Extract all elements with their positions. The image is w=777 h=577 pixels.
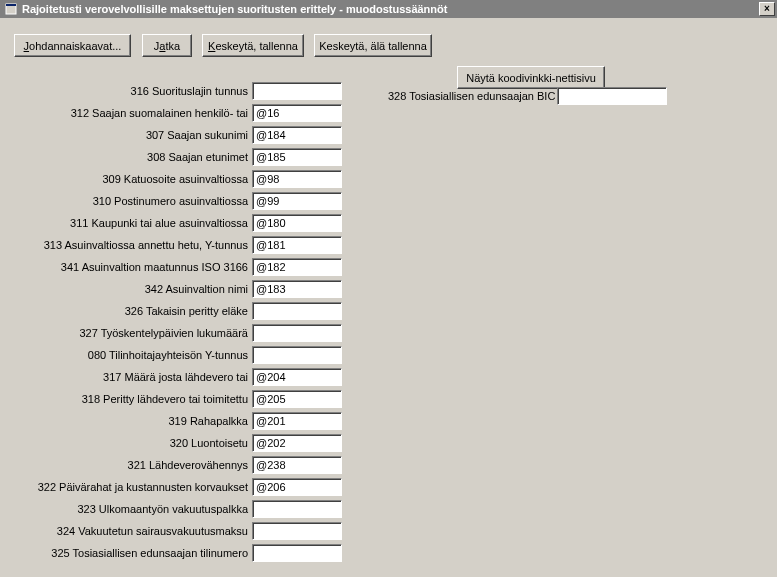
field-row: 341 Asuinvaltion maatunnus ISO 3166 [0,256,420,277]
window-title: Rajoitetusti verovelvollisille maksettuj… [22,3,759,15]
field-input[interactable] [252,104,342,122]
field-label: 327 Työskentelypäivien lukumäärä [0,327,252,339]
titlebar: Rajoitetusti verovelvollisille maksettuj… [0,0,777,18]
field-row: 326 Takaisin peritty eläke [0,300,420,321]
client-area: Johdannaiskaavat... Jatka Keskeytä, tall… [0,18,777,577]
field-row: 317 Määrä josta lähdevero tai [0,366,420,387]
johdannaiskaavat-button[interactable]: Johdannaiskaavat... [14,34,131,57]
field-label: 317 Määrä josta lähdevero tai [0,371,252,383]
field-input[interactable] [252,478,342,496]
field-row: 080 Tilinhoitajayhteisön Y-tunnus [0,344,420,365]
field-label: 316 Suorituslajin tunnus [0,85,252,97]
field-label: 341 Asuinvaltion maatunnus ISO 3166 [0,261,252,273]
field-row: 327 Työskentelypäivien lukumäärä [0,322,420,343]
field-input[interactable] [252,280,342,298]
field-input[interactable] [252,192,342,210]
field-row: 342 Asuinvaltion nimi [0,278,420,299]
field-input[interactable] [252,500,342,518]
btn-label: Keskeytä, älä tallenna [319,40,427,52]
btn-label: Jatka [154,40,180,52]
field-label: 325 Tosiasiallisen edunsaajan tilinumero [0,547,252,559]
field-row: 323 Ulkomaantyön vakuutuspalkka [0,498,420,519]
field-input[interactable] [252,456,342,474]
field-label: 312 Saajan suomalainen henkilö- tai [0,107,252,119]
field-label: 319 Rahapalkka [0,415,252,427]
field-input[interactable] [252,170,342,188]
field-input[interactable] [252,214,342,232]
field-row: 324 Vakuutetun sairausvakuutusmaksu [0,520,420,541]
field-label: 307 Saajan sukunimi [0,129,252,141]
close-button[interactable]: × [759,2,775,16]
keskeyta-ala-tallenna-button[interactable]: Keskeytä, älä tallenna [314,34,432,57]
field-row: 311 Kaupunki tai alue asuinvaltiossa [0,212,420,233]
field-input[interactable] [252,148,342,166]
field-label: 322 Päivärahat ja kustannusten korvaukse… [0,481,252,493]
field-row: 310 Postinumero asuinvaltiossa [0,190,420,211]
field-label: 342 Asuinvaltion nimi [0,283,252,295]
field-input[interactable] [252,82,342,100]
field-row: 325 Tosiasiallisen edunsaajan tilinumero [0,542,420,563]
field-row: 320 Luontoisetu [0,432,420,453]
bic-input[interactable] [557,87,667,105]
field-row: 322 Päivärahat ja kustannusten korvaukse… [0,476,420,497]
field-row: 319 Rahapalkka [0,410,420,431]
field-input[interactable] [252,258,342,276]
btn-label: Näytä koodivinkki-nettisivu [466,72,596,84]
field-row: 312 Saajan suomalainen henkilö- tai [0,102,420,123]
btn-label: Johdannaiskaavat... [24,40,122,52]
field-row: 316 Suorituslajin tunnus [0,80,420,101]
field-label: 309 Katuosoite asuinvaltiossa [0,173,252,185]
field-input[interactable] [252,412,342,430]
field-label: 320 Luontoisetu [0,437,252,449]
app-icon [4,2,18,16]
field-row: 309 Katuosoite asuinvaltiossa [0,168,420,189]
nayta-koodivinkki-button[interactable]: Näytä koodivinkki-nettisivu [457,66,605,89]
field-row: 321 Lähdeverovähennys [0,454,420,475]
field-label: 324 Vakuutetun sairausvakuutusmaksu [0,525,252,537]
field-label: 311 Kaupunki tai alue asuinvaltiossa [0,217,252,229]
field-input[interactable] [252,126,342,144]
field-input[interactable] [252,522,342,540]
field-row: 313 Asuinvaltiossa annettu hetu, Y-tunnu… [0,234,420,255]
field-row: 318 Peritty lähdevero tai toimitettu [0,388,420,409]
field-label: 326 Takaisin peritty eläke [0,305,252,317]
field-label: 313 Asuinvaltiossa annettu hetu, Y-tunnu… [0,239,252,251]
field-input[interactable] [252,434,342,452]
field-label: 318 Peritty lähdevero tai toimitettu [0,393,252,405]
jatka-button[interactable]: Jatka [142,34,192,57]
field-label: 310 Postinumero asuinvaltiossa [0,195,252,207]
field-label: 323 Ulkomaantyön vakuutuspalkka [0,503,252,515]
field-label: 080 Tilinhoitajayhteisön Y-tunnus [0,349,252,361]
field-input[interactable] [252,390,342,408]
close-icon: × [764,4,770,14]
field-input[interactable] [252,324,342,342]
field-row: 307 Saajan sukunimi [0,124,420,145]
field-input[interactable] [252,368,342,386]
field-input[interactable] [252,236,342,254]
field-label: 308 Saajan etunimet [0,151,252,163]
svg-rect-1 [6,4,16,6]
keskeyta-tallenna-button[interactable]: Keskeytä, tallenna [202,34,304,57]
field-input[interactable] [252,346,342,364]
field-row: 308 Saajan etunimet [0,146,420,167]
field-input[interactable] [252,544,342,562]
field-label: 321 Lähdeverovähennys [0,459,252,471]
btn-label: Keskeytä, tallenna [208,40,298,52]
field-input[interactable] [252,302,342,320]
